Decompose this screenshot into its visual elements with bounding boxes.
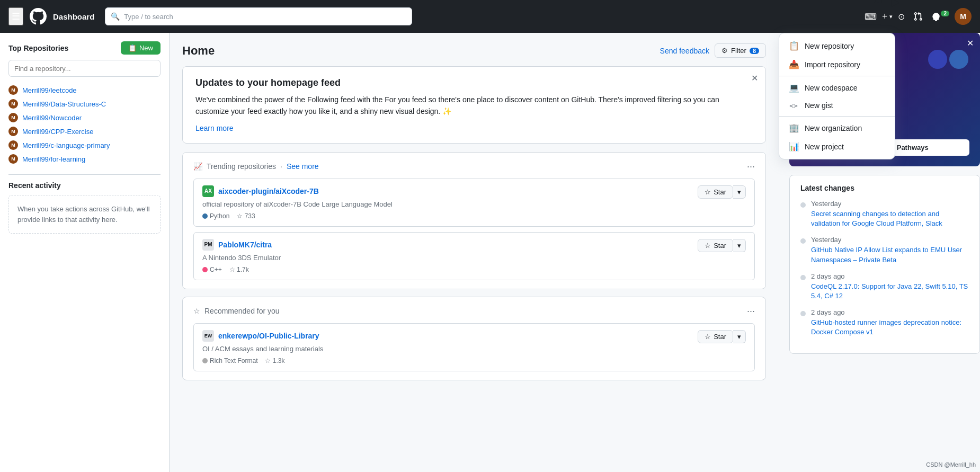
top-repos-section: Top Repositories 📋 New M Merrill99/leetc…	[8, 41, 161, 166]
star-btn[interactable]: ☆ Star	[698, 185, 733, 199]
top-repos-title: Top Repositories	[8, 44, 68, 52]
repo-entry-name: AX aixcoder-plugin/aiXcoder-7B	[202, 185, 698, 197]
avatar: M	[8, 85, 18, 95]
trending-icon: 📈	[193, 162, 202, 171]
list-item[interactable]: M Merrill99/Data-Structures-C	[8, 97, 161, 111]
recent-activity-text: When you take actions across GitHub, we'…	[17, 205, 150, 224]
new-gist-item[interactable]: <> New gist	[779, 97, 895, 114]
change-link[interactable]: GitHub Native IP Allow List expands to E…	[811, 245, 969, 264]
send-feedback-link[interactable]: Send feedback	[660, 47, 709, 55]
star-group: ☆ Star ▾	[698, 185, 746, 199]
filter-btn[interactable]: ⚙ Filter 8	[715, 43, 766, 58]
list-item[interactable]: M Merrill99/for-learning	[8, 152, 161, 166]
filter-icon: ⚙	[721, 47, 728, 55]
table-row: EW enkerewpo/OI-Public-Library OI / ACM …	[193, 323, 755, 371]
repo-desc: OI / ACM essays and learning materials	[202, 345, 698, 353]
change-dot	[800, 311, 806, 316]
table-row: PM PabloMK7/citra A Nintendo 3DS Emulato…	[193, 232, 755, 280]
svg-point-1	[949, 50, 968, 69]
project-icon: 📊	[789, 141, 798, 152]
repo-entry-left: EW enkerewpo/OI-Public-Library OI / ACM …	[202, 330, 698, 364]
repo-desc: A Nintendo 3DS Emulator	[202, 254, 698, 262]
see-more-link[interactable]: See more	[287, 162, 319, 171]
star-caret-btn[interactable]: ▾	[733, 185, 746, 199]
trending-header: 📈 Trending repositories · See more ···	[193, 161, 755, 172]
trending-title: Trending repositories	[207, 162, 276, 171]
import-repo-item[interactable]: 📥 Import repository	[779, 55, 895, 74]
circle-btn[interactable]: ⊙	[894, 8, 909, 25]
list-item: 2 days ago GitHub-hosted runner images d…	[800, 308, 969, 337]
avatar: M	[8, 99, 18, 109]
repo-name: Merrill99/Data-Structures-C	[22, 100, 106, 108]
topnav-right: ⌨ 1. + ▾	[860, 8, 972, 25]
lang-name: Rich Text Format	[210, 357, 257, 364]
list-item[interactable]: M Merrill99/c-language-primary	[8, 138, 161, 152]
hamburger-btn[interactable]: ☰	[8, 7, 23, 25]
change-link[interactable]: CodeQL 2.17.0: Support for Java 22, Swif…	[811, 282, 969, 301]
list-item[interactable]: M Merrill99/Nowcoder	[8, 111, 161, 124]
star-count: ☆ 733	[237, 212, 255, 220]
star-caret-btn[interactable]: ▾	[733, 330, 746, 343]
change-content: 2 days ago CodeQL 2.17.0: Support for Ja…	[811, 272, 969, 301]
pullrequest-btn[interactable]	[909, 8, 927, 24]
repo-link[interactable]: PabloMK7/citra	[218, 241, 272, 249]
new-project-item[interactable]: 📊 New project	[779, 137, 895, 156]
repo-entry-left: PM PabloMK7/citra A Nintendo 3DS Emulato…	[202, 239, 698, 273]
notifications-btn[interactable]: 2	[927, 8, 955, 24]
star-btn[interactable]: ☆ Star	[698, 239, 733, 252]
repo-name: Merrill99/for-learning	[22, 155, 85, 163]
topnav: ☰ Dashboard 🔍 Type / to search ⌨ 1.	[0, 0, 980, 33]
star-btn[interactable]: ☆ Star	[698, 330, 733, 343]
search-placeholder: Type / to search	[124, 13, 173, 21]
banner-close-btn[interactable]: ✕	[751, 73, 758, 83]
repo-meta: Python ☆ 733	[202, 212, 698, 220]
lang-color-dot	[202, 267, 208, 272]
avatar: M	[8, 140, 18, 150]
new-codespace-item[interactable]: 💻 New codespace	[779, 78, 895, 97]
sidebar-divider	[8, 174, 161, 175]
terminal-btn[interactable]: ⌨	[860, 8, 881, 25]
lang-color-dot	[202, 358, 208, 363]
trending-card: 📈 Trending repositories · See more ··· A…	[182, 152, 766, 289]
change-date: Yesterday	[811, 200, 969, 208]
change-date: 2 days ago	[811, 308, 969, 316]
repo-link[interactable]: enkerewpo/OI-Public-Library	[218, 332, 319, 340]
new-gist-label: New gist	[805, 101, 833, 110]
banner-title: Updates to your homepage feed	[195, 77, 753, 88]
recommended-header: ☆ Recommended for you ···	[193, 306, 755, 317]
new-repo-btn[interactable]: 📋 New	[121, 41, 161, 55]
import-repo-label: Import repository	[805, 60, 860, 69]
learn-more-link[interactable]: Learn more	[195, 124, 234, 132]
user-avatar[interactable]: M	[955, 8, 972, 25]
dropdown-divider-1	[779, 76, 895, 76]
change-link[interactable]: GitHub-hosted runner images deprecation …	[811, 318, 969, 337]
repo-avatar: AX	[202, 185, 214, 197]
org-icon: 🏢	[789, 123, 798, 133]
star-caret-btn[interactable]: ▾	[733, 239, 746, 252]
recommended-title-row: ☆ Recommended for you	[193, 307, 280, 315]
new-repo-item[interactable]: 📋 New repository	[779, 37, 895, 55]
search-icon: 🔍	[111, 12, 120, 21]
list-item[interactable]: M Merrill99/leetcode	[8, 83, 161, 97]
top-repos-header: Top Repositories 📋 New	[8, 41, 161, 55]
repo-meta: Rich Text Format ☆ 1.3k	[202, 357, 698, 364]
trending-more-btn[interactable]: ···	[747, 161, 755, 172]
search-box[interactable]: 🔍 Type / to search	[105, 7, 412, 25]
lang-dot-cpp: C++	[202, 266, 222, 273]
repo-name: Merrill99/Nowcoder	[22, 114, 82, 122]
repo-entry-name: EW enkerewpo/OI-Public-Library	[202, 330, 698, 342]
recent-activity-section: Recent activity When you take actions ac…	[8, 181, 161, 234]
import-icon: 📥	[789, 59, 798, 69]
new-org-item[interactable]: 🏢 New organization	[779, 119, 895, 137]
repo-link[interactable]: aixcoder-plugin/aiXcoder-7B	[218, 187, 319, 195]
repo-search-input[interactable]	[8, 60, 161, 77]
banner-text: We've combined the power of the Followin…	[195, 94, 753, 118]
recommended-more-btn[interactable]: ···	[747, 306, 755, 317]
recent-activity-title: Recent activity	[8, 181, 161, 190]
list-item[interactable]: M Merrill99/CPP-Exercise	[8, 124, 161, 138]
lang-name: Python	[210, 212, 229, 220]
list-item: Yesterday Secret scanning changes to det…	[800, 200, 969, 228]
change-link[interactable]: Secret scanning changes to detection and…	[811, 209, 969, 228]
codespace-icon: 💻	[789, 83, 798, 93]
plus-dropdown-btn[interactable]: + ▾	[881, 8, 894, 25]
